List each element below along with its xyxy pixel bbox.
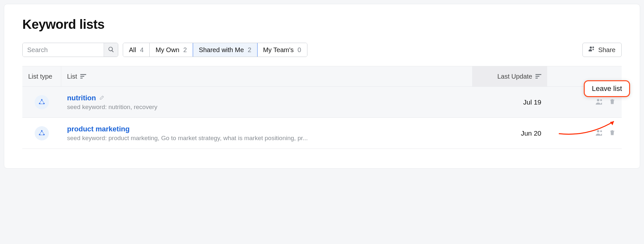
svg-rect-3 xyxy=(535,74,541,75)
svg-point-14 xyxy=(597,130,599,132)
tooltip-label: Leave list xyxy=(592,84,622,93)
delete-icon[interactable] xyxy=(609,129,616,137)
svg-point-12 xyxy=(39,134,40,135)
search-input[interactable] xyxy=(23,43,104,57)
svg-rect-0 xyxy=(80,74,86,75)
filter-all[interactable]: All 4 xyxy=(123,43,150,57)
seed-text: seed keyword: nutrition, recovery xyxy=(67,104,467,111)
page-title: Keyword lists xyxy=(22,17,622,32)
filter-label: My Own xyxy=(155,46,179,54)
filter-my-own[interactable]: My Own 2 xyxy=(150,43,193,57)
col-last-update[interactable]: Last Update xyxy=(473,66,547,86)
sort-icon xyxy=(80,73,86,80)
table-header: List type List Last Update xyxy=(22,66,622,87)
svg-point-9 xyxy=(597,99,599,101)
cell-list: nutrition seed keyword: nutrition, recov… xyxy=(61,89,473,115)
cell-list-type xyxy=(22,91,61,114)
list-link[interactable]: nutrition xyxy=(67,94,96,102)
table-row[interactable]: nutrition seed keyword: nutrition, recov… xyxy=(22,87,622,118)
filter-my-teams[interactable]: My Team's 0 xyxy=(257,43,307,57)
cell-list-type xyxy=(22,122,61,145)
col-label: Last Update xyxy=(497,73,532,80)
table-row[interactable]: product marketing seed keyword: product … xyxy=(22,118,622,149)
cell-actions xyxy=(547,125,622,142)
filter-shared-with-me[interactable]: Shared with Me 2 xyxy=(193,43,258,57)
col-list[interactable]: List xyxy=(61,66,473,86)
share-icon xyxy=(589,46,595,54)
col-list-type[interactable]: List type xyxy=(22,66,61,86)
sort-icon xyxy=(535,73,541,80)
share-button[interactable]: Share xyxy=(582,43,622,57)
svg-rect-4 xyxy=(535,76,539,77)
seed-text: seed keyword: product marketing, Go to m… xyxy=(67,135,467,142)
filter-count: 2 xyxy=(183,46,187,54)
list-link[interactable]: product marketing xyxy=(67,125,130,133)
search-wrap xyxy=(22,43,118,57)
edit-icon[interactable] xyxy=(99,94,105,102)
share-label: Share xyxy=(598,46,615,54)
cell-last-update: Jun 20 xyxy=(473,125,547,142)
svg-point-13 xyxy=(43,134,45,135)
search-button[interactable] xyxy=(104,43,118,57)
svg-point-7 xyxy=(39,103,40,104)
toolbar: All 4 My Own 2 Shared with Me 2 My Team'… xyxy=(22,43,622,57)
svg-rect-5 xyxy=(535,78,538,79)
shared-members-icon[interactable] xyxy=(596,129,603,137)
filter-count: 4 xyxy=(140,46,144,54)
cell-list: product marketing seed keyword: product … xyxy=(61,120,473,146)
list-name-row: nutrition xyxy=(67,94,467,102)
svg-point-8 xyxy=(43,103,45,104)
shared-list-icon xyxy=(35,95,49,109)
filter-label: All xyxy=(129,46,136,54)
svg-rect-1 xyxy=(80,76,84,77)
table: List type List Last Update xyxy=(22,66,622,149)
svg-point-15 xyxy=(600,130,602,132)
leave-list-tooltip: Leave list xyxy=(584,80,630,97)
filter-count: 2 xyxy=(248,46,251,54)
svg-point-6 xyxy=(41,99,42,100)
col-label: List xyxy=(67,73,77,80)
filter-tabs: All 4 My Own 2 Shared with Me 2 My Team'… xyxy=(123,43,307,57)
filter-label: My Team's xyxy=(263,46,294,54)
keyword-lists-card: Keyword lists All 4 My Own 2 Shared with… xyxy=(4,4,640,169)
search-icon xyxy=(108,46,114,54)
cell-last-update: Jul 19 xyxy=(473,94,547,111)
filter-label: Shared with Me xyxy=(199,46,244,54)
delete-icon[interactable] xyxy=(609,98,616,106)
svg-rect-2 xyxy=(80,78,83,79)
filter-count: 0 xyxy=(298,46,301,54)
shared-members-icon[interactable] xyxy=(596,98,603,106)
svg-point-11 xyxy=(41,130,42,131)
shared-list-icon xyxy=(35,126,49,140)
svg-point-10 xyxy=(600,99,602,101)
list-name-row: product marketing xyxy=(67,125,467,133)
col-label: List type xyxy=(28,73,52,80)
